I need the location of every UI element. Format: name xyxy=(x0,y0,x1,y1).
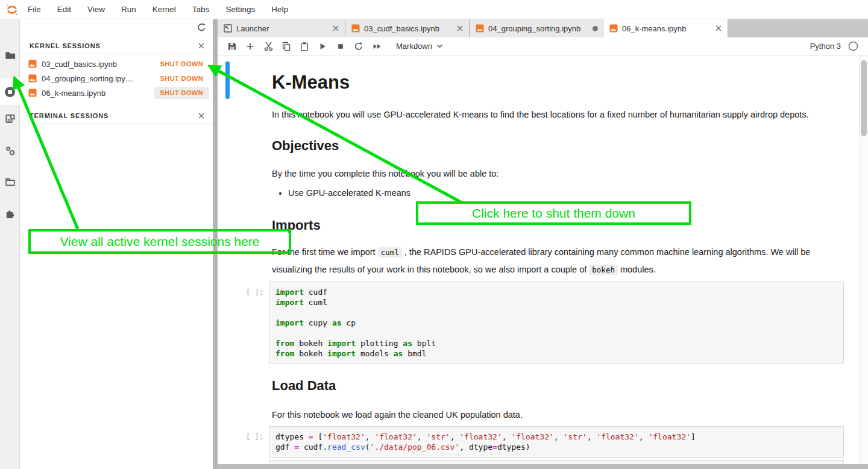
cut-button[interactable] xyxy=(263,42,273,51)
code-cell[interactable]: [ ]:dtypes = ['float32', 'float32', 'str… xyxy=(269,426,844,458)
code-token: cudf. xyxy=(299,442,327,452)
menu-item-file[interactable]: File xyxy=(28,5,41,14)
code-token: plotting xyxy=(356,339,403,348)
session-name[interactable]: 04_grouping_sorting.ipy… xyxy=(42,74,154,83)
sidebar-tab-open-tabs[interactable] xyxy=(0,169,20,195)
cell-type-dropdown[interactable]: Markdown xyxy=(396,42,444,51)
code-token: import xyxy=(327,349,356,358)
shut-down-button[interactable]: SHUT DOWN xyxy=(154,87,209,99)
text-run: For the first time we import xyxy=(272,247,378,257)
extension-icon xyxy=(5,208,16,219)
refresh-icon[interactable] xyxy=(197,22,207,33)
sidebar-tab-property-inspector[interactable] xyxy=(0,105,20,132)
menu-item-help[interactable]: Help xyxy=(271,5,288,14)
code-line: gdf = cudf.read_csv('./data/pop_06.csv',… xyxy=(275,442,837,452)
code-token: dtypes) xyxy=(497,442,530,452)
code-token: import xyxy=(275,318,304,327)
menu-item-run[interactable]: Run xyxy=(121,5,136,14)
tab-03-cudf-basics-ipynb[interactable]: 03_cudf_basics.ipynb xyxy=(345,19,470,37)
code-token: 'float32' xyxy=(648,432,690,441)
menu-item-settings[interactable]: Settings xyxy=(225,5,255,14)
sidebar-tab-running-sessions[interactable] xyxy=(0,78,20,105)
tab-label: 06_k-means.ipynb xyxy=(622,24,708,33)
sidebar-tab-file-browser[interactable] xyxy=(0,42,20,69)
document-tab-bar: Launcher03_cudf_basics.ipynb04_grouping_… xyxy=(218,19,868,37)
shut-down-button[interactable]: SHUT DOWN xyxy=(154,72,209,84)
session-name[interactable]: 06_k-means.ipynb xyxy=(42,89,154,98)
code-line: import cudf xyxy=(275,287,837,297)
copy-button[interactable] xyxy=(281,42,291,51)
close-icon[interactable] xyxy=(197,42,206,50)
menu-item-kernel[interactable]: Kernel xyxy=(153,5,176,14)
stop-icon xyxy=(336,42,345,51)
horizontal-scrollbar-track[interactable] xyxy=(218,464,868,469)
unsaved-changes-dot[interactable] xyxy=(593,26,598,31)
close-icon[interactable] xyxy=(332,24,340,33)
menu-item-edit[interactable]: Edit xyxy=(57,5,71,14)
tabs-icon xyxy=(5,177,16,187)
shut-down-button[interactable]: SHUT DOWN xyxy=(154,58,209,70)
code-token: bokeh xyxy=(294,349,327,358)
section-gap xyxy=(20,102,213,107)
code-token: = xyxy=(492,442,497,452)
paste-button[interactable] xyxy=(300,42,309,51)
code-cell[interactable]: gdf.head() xyxy=(269,460,844,464)
code-line: from bokeh import plotting as bplt xyxy=(275,338,837,348)
notebook-content[interactable]: K-MeansIn this notebook you will use GPU… xyxy=(218,55,868,464)
add-cell-icon xyxy=(245,42,255,51)
notebook-icon xyxy=(476,24,484,33)
code-token: , xyxy=(450,432,460,441)
section-title: TERMINAL SESSIONS xyxy=(30,112,197,119)
stop-button[interactable] xyxy=(336,42,345,51)
code-token: = xyxy=(309,432,313,441)
markdown-heading: Objectives xyxy=(272,137,844,154)
run-all-button[interactable] xyxy=(372,42,382,51)
tab-launcher[interactable]: Launcher xyxy=(218,19,345,37)
cell-type-value: Markdown xyxy=(396,42,432,51)
code-token: bokeh xyxy=(294,339,327,348)
notebook-icon xyxy=(609,24,618,33)
kernel-name[interactable]: Python 3 xyxy=(810,42,841,51)
tab-06-k-means-ipynb[interactable]: 06_k-means.ipynb xyxy=(603,19,728,37)
cell-prompt: [ ]: xyxy=(221,432,263,442)
markdown-heading: Imports xyxy=(272,217,844,234)
inline-code: cuml xyxy=(378,247,402,257)
code-line xyxy=(275,328,837,338)
code-token: read_csv xyxy=(327,442,365,452)
notebook-icon xyxy=(351,24,360,33)
tab-label: Launcher xyxy=(236,24,325,33)
tab-label: 04_grouping_sorting.ipynb xyxy=(488,24,586,33)
jupyter-logo-icon xyxy=(5,2,19,17)
code-cell[interactable]: [ ]:import cudfimport cuml import cupy a… xyxy=(269,282,844,364)
activity-bar xyxy=(0,19,20,469)
session-name[interactable]: 03_cudf_basics.ipynb xyxy=(42,60,154,69)
menu-item-view[interactable]: View xyxy=(87,5,105,14)
code-line: import cuml xyxy=(275,297,837,307)
add-cell-button[interactable] xyxy=(245,42,255,51)
selected-cell-collapser[interactable] xyxy=(225,61,230,99)
vertical-scrollbar[interactable] xyxy=(859,55,868,464)
scrollbar-thumb[interactable] xyxy=(861,60,867,136)
session-row: 06_k-means.ipynbSHUT DOWN xyxy=(20,86,213,100)
close-icon[interactable] xyxy=(197,112,206,120)
sidebar-tab-extension-manager[interactable] xyxy=(0,200,20,227)
save-button[interactable] xyxy=(227,42,237,51)
tab-label: 03_cudf_basics.ipynb xyxy=(364,24,449,33)
cut-icon xyxy=(263,41,274,51)
run-button[interactable] xyxy=(318,42,327,51)
close-icon[interactable] xyxy=(714,24,723,33)
code-token: ( xyxy=(365,442,370,452)
restart-button[interactable] xyxy=(354,42,363,51)
tab-04-grouping-sorting-ipynb[interactable]: 04_grouping_sorting.ipynb xyxy=(470,19,603,37)
running-icon xyxy=(4,86,16,98)
code-token: [ xyxy=(313,432,323,441)
close-icon[interactable] xyxy=(456,24,464,33)
panel-divider[interactable] xyxy=(213,19,218,469)
notebook-icon xyxy=(28,89,37,97)
sidebar-tab-settings-gears[interactable] xyxy=(0,137,20,164)
menu-item-tabs[interactable]: Tabs xyxy=(192,5,210,14)
code-token: , xyxy=(554,432,564,441)
text-run: For this notebook we load again the clea… xyxy=(272,410,523,420)
code-token: cp xyxy=(342,318,356,327)
save-icon xyxy=(227,42,237,51)
